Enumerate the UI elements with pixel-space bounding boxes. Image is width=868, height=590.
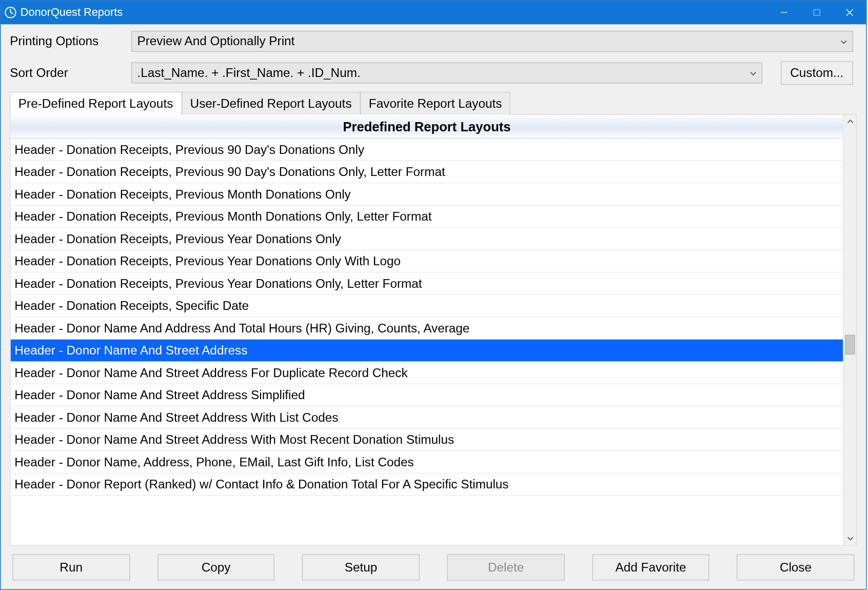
svg-rect-4: [814, 10, 820, 16]
form-area: Printing Options Preview And Optionally …: [1, 24, 866, 91]
printing-options-value: Preview And Optionally Print: [137, 34, 295, 49]
sort-order-select[interactable]: .Last_Name. + .First_Name. + .ID_Num.: [131, 63, 762, 84]
tab-predefined[interactable]: Pre-Defined Report Layouts: [10, 92, 182, 115]
add-favorite-button[interactable]: Add Favorite: [592, 554, 709, 580]
printing-options-label: Printing Options: [10, 34, 131, 49]
report-row[interactable]: Header - Donor Name And Street Address S…: [10, 384, 843, 407]
report-row[interactable]: Header - Donation Receipts, Previous Mon…: [10, 206, 843, 228]
window: DonorQuest Reports Printing Options Prev…: [0, 0, 867, 589]
report-row[interactable]: Header - Donor Report (Ranked) w/ Contac…: [10, 474, 843, 496]
report-row[interactable]: Header - Donor Name And Street Address W…: [10, 429, 843, 451]
maximize-button[interactable]: [800, 1, 833, 24]
report-row[interactable]: Header - Donation Receipts, Specific Dat…: [10, 295, 843, 318]
delete-button[interactable]: Delete: [447, 554, 565, 580]
vertical-scrollbar[interactable]: [843, 115, 857, 545]
app-icon: [5, 7, 16, 18]
close-button[interactable]: [833, 1, 866, 24]
setup-button[interactable]: Setup: [302, 554, 420, 580]
run-button[interactable]: Run: [12, 554, 130, 580]
report-row[interactable]: Header - Donation Receipts, Previous 90 …: [10, 139, 843, 161]
scroll-down-arrow-icon[interactable]: [844, 532, 856, 545]
tab-favorite[interactable]: Favorite Report Layouts: [360, 92, 510, 115]
window-title: DonorQuest Reports: [21, 6, 123, 19]
report-row[interactable]: Header - Donation Receipts, Previous Mon…: [10, 183, 843, 206]
close-dialog-button[interactable]: Close: [737, 554, 855, 580]
copy-button[interactable]: Copy: [157, 554, 275, 580]
scroll-track[interactable]: [844, 128, 856, 532]
chevron-down-icon: [840, 34, 847, 49]
tabs-area: Pre-Defined Report Layouts User-Defined …: [1, 91, 866, 546]
report-row[interactable]: Header - Donor Name And Street Address W…: [10, 406, 843, 429]
tab-userdefined[interactable]: User-Defined Report Layouts: [182, 92, 360, 115]
report-row[interactable]: Header - Donation Receipts, Previous Yea…: [10, 272, 843, 295]
report-row[interactable]: Header - Donation Receipts, Previous Yea…: [10, 228, 843, 250]
scroll-up-arrow-icon[interactable]: [844, 115, 856, 128]
tab-strip: Pre-Defined Report Layouts User-Defined …: [10, 91, 857, 114]
sort-order-label: Sort Order: [10, 66, 131, 80]
custom-button[interactable]: Custom...: [781, 61, 853, 85]
chevron-down-icon: [750, 66, 757, 80]
sort-order-value: .Last_Name. + .First_Name. + .ID_Num.: [137, 66, 361, 80]
report-row[interactable]: Header - Donor Name And Street Address F…: [10, 362, 843, 384]
svg-line-2: [10, 12, 13, 14]
printing-options-select[interactable]: Preview And Optionally Print: [131, 31, 853, 52]
list-header: Predefined Report Layouts: [10, 115, 843, 139]
minimize-button[interactable]: [767, 1, 800, 24]
report-row[interactable]: Header - Donation Receipts, Previous 90 …: [10, 161, 843, 184]
report-row[interactable]: Header - Donor Name, Address, Phone, EMa…: [10, 451, 843, 474]
report-rows: Header - Donation Receipts, Previous 90 …: [10, 139, 843, 545]
scroll-thumb[interactable]: [845, 335, 855, 355]
report-row[interactable]: Header - Donor Name And Address And Tota…: [10, 317, 843, 340]
report-list-container: Predefined Report Layouts Header - Donat…: [10, 114, 857, 546]
titlebar: DonorQuest Reports: [1, 1, 866, 24]
report-row[interactable]: Header - Donor Name And Street Address: [10, 340, 843, 362]
button-bar: Run Copy Setup Delete Add Favorite Close: [1, 546, 866, 589]
report-row[interactable]: Header - Donation Receipts, Previous Yea…: [10, 250, 843, 273]
